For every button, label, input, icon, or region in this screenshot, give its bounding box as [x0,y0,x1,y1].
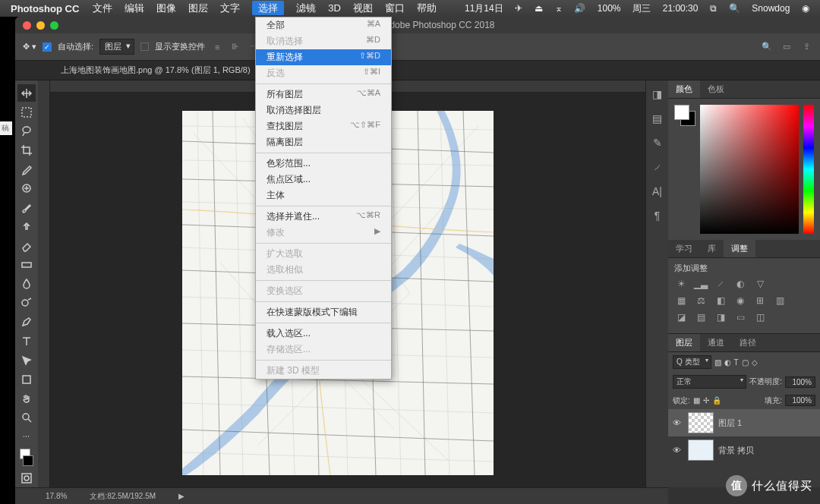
search-icon[interactable]: 🔍 [729,3,740,14]
menu-item-隔离图层[interactable]: 隔离图层 [256,134,391,150]
lut-icon[interactable]: ▥ [773,295,787,307]
volume-icon[interactable]: 🔊 [574,3,585,14]
fill-value[interactable]: 100% [785,395,815,406]
tab-channels[interactable]: 通道 [700,334,732,351]
search-icon[interactable]: 🔍 [761,41,773,53]
hand-tool[interactable] [17,390,36,408]
filter-adjust-icon[interactable]: ◐ [724,358,731,367]
menu-item-在快速蒙版模式下编辑[interactable]: 在快速蒙版模式下编辑 [256,304,391,320]
menu-视图[interactable]: 视图 [353,2,373,14]
menu-item-主体[interactable]: 主体 [256,187,391,203]
menu-item-全部[interactable]: 全部⌘A [256,17,391,33]
menu-item-选择并遮住...[interactable]: 选择并遮住...⌥⌘R [256,209,391,225]
eraser-tool[interactable] [17,237,36,254]
marquee-tool[interactable] [17,103,36,121]
paragraph-icon[interactable]: ¶ [651,209,664,223]
rectangle-tool[interactable] [17,370,36,388]
share-icon[interactable]: ⇪ [800,41,812,53]
menu-3D[interactable]: 3D [328,2,341,14]
menu-选择[interactable]: 选择 [252,1,284,15]
layer-row[interactable]: 👁背景 拷贝 [668,436,820,464]
maximize-button[interactable] [50,21,58,30]
blur-tool[interactable] [17,276,36,293]
character-icon[interactable]: A| [651,185,664,199]
history-icon[interactable]: ◨ [651,88,664,102]
menu-图像[interactable]: 图像 [156,2,176,14]
lock-pixels-icon[interactable]: ▦ [693,396,700,405]
exposure-icon[interactable]: ◐ [733,279,747,291]
show-transform-checkbox[interactable] [140,43,149,51]
filter-image-icon[interactable]: ▧ [714,358,721,367]
status-arrow[interactable]: ▶ [178,492,184,500]
filter-smart-icon[interactable]: ◇ [752,358,758,367]
menu-item-重新选择[interactable]: 重新选择⇧⌘D [256,49,391,65]
brush-icon[interactable]: ✎ [651,137,664,150]
gradient-tool[interactable] [17,256,36,273]
menu-item-取消选择图层[interactable]: 取消选择图层 [256,102,391,118]
color-balance-icon[interactable]: ⚖ [694,295,708,307]
type-tool[interactable] [17,332,36,350]
layer-name[interactable]: 背景 拷贝 [718,445,754,456]
window-titlebar[interactable]: Adobe Photoshop CC 2018 [15,17,820,33]
menu-编辑[interactable]: 编辑 [125,2,144,14]
auto-select-dropdown[interactable]: 图层 [99,39,134,55]
filter-shape-icon[interactable]: ▢ [742,358,749,367]
minimize-button[interactable] [36,21,45,30]
color-picker[interactable] [700,105,799,234]
document-tab[interactable]: 上海地图装饰画地图.png @ 17.8% (图层 1, RGB/8) × [15,61,820,80]
align-icon[interactable]: ≡ [211,41,223,53]
tab-learn[interactable]: 学习 [668,240,700,257]
menu-窗口[interactable]: 窗口 [385,2,405,14]
levels-icon[interactable]: ▁▃ [694,279,708,291]
edit-toolbar-tool[interactable] [17,428,36,446]
layer-row[interactable]: 👁图层 1 [668,409,820,436]
fg-bg-swatches[interactable] [674,105,695,126]
crop-tool[interactable] [17,141,36,159]
lock-all-icon[interactable]: 🔒 [712,396,721,405]
hue-sat-icon[interactable]: ▦ [674,295,688,307]
menu-item-查找图层[interactable]: 查找图层⌥⇧⌘F [256,118,391,134]
path-select-tool[interactable] [17,351,36,369]
workspace-icon[interactable]: ▭ [781,41,793,53]
tab-color[interactable]: 颜色 [668,80,700,98]
wifi-icon[interactable]: ⌅ [555,3,563,14]
tab-libraries[interactable]: 库 [700,240,724,257]
menu-item-焦点区域...[interactable]: 焦点区域... [256,172,391,187]
menu-帮助[interactable]: 帮助 [417,2,437,14]
clone-tool[interactable] [17,218,36,235]
lock-position-icon[interactable]: ✢ [703,396,709,405]
menu-item-色彩范围...[interactable]: 色彩范围... [256,156,391,172]
visibility-icon[interactable]: 👁 [673,418,683,427]
align-icon[interactable]: ⊪ [229,41,241,53]
auto-select-checkbox[interactable]: ✓ [43,43,52,52]
gradient-map-icon[interactable]: ▭ [733,312,747,324]
blend-mode-dropdown[interactable]: 正常 [673,375,746,389]
battery-icon[interactable]: 100% [598,3,621,14]
brush-settings-icon[interactable]: ⟋ [651,161,664,175]
menu-文件[interactable]: 文件 [93,2,112,14]
vibrance-icon[interactable]: ▽ [753,279,767,291]
photo-filter-icon[interactable]: ◉ [733,295,747,307]
layer-name[interactable]: 图层 1 [718,417,742,429]
menu-item-所有图层[interactable]: 所有图层⌥⌘A [256,87,391,102]
hue-slider[interactable] [803,105,814,234]
filter-text-icon[interactable]: T [734,358,739,367]
spot-heal-tool[interactable] [17,180,36,197]
threshold-icon[interactable]: ◨ [714,312,727,324]
posterize-icon[interactable]: ▤ [694,312,708,324]
app-name[interactable]: Photoshop CC [11,3,79,14]
layer-filter-dropdown[interactable]: Q 类型 [673,355,711,369]
properties-icon[interactable]: ▤ [651,112,664,126]
pen-tool[interactable] [17,313,36,331]
close-button[interactable] [23,21,31,30]
doc-size[interactable]: 文档:82.5M/192.5M [90,491,156,502]
move-tool[interactable] [17,84,36,102]
menu-滤镜[interactable]: 滤镜 [296,2,316,14]
tab-swatches[interactable]: 色板 [700,80,732,98]
siri-icon[interactable]: ◉ [802,3,809,14]
eyedropper-tool[interactable] [17,161,36,178]
visibility-icon[interactable]: 👁 [673,446,683,455]
quick-mask-tool[interactable] [17,469,36,487]
selective-color-icon[interactable]: ◫ [753,312,767,324]
move-tool-icon[interactable]: ✥ ▾ [23,42,36,52]
